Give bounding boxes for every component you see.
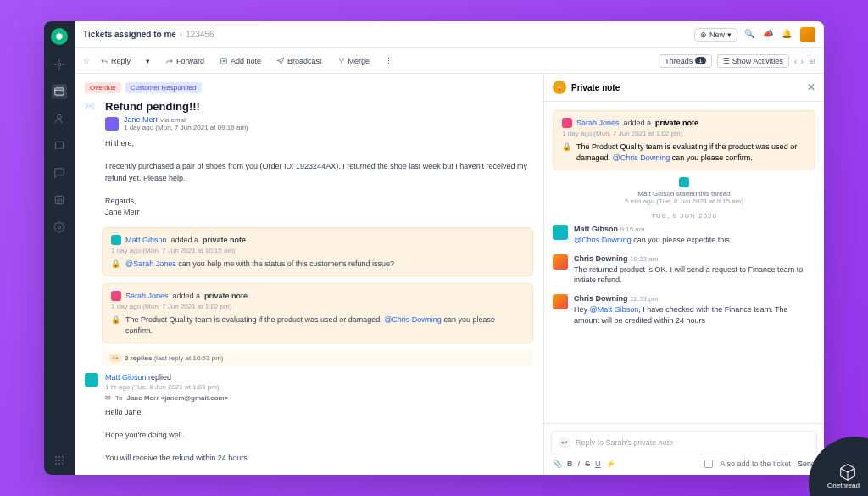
svg-point-2 xyxy=(58,114,62,119)
reply-1: Matt Gibson replied 1 hr ago (Tue, 8 Jun… xyxy=(85,373,533,475)
add-note-button[interactable]: Add note xyxy=(214,54,266,68)
topbar: Tickets assigned to me › 123456 ⊕ New ▾ … xyxy=(75,21,824,48)
content: Overdue Customer Responded ✉️ Refund pen… xyxy=(75,74,824,475)
thread-message: Chris Downing 12:53 pm Hey @Matt Gibson,… xyxy=(553,294,815,326)
svg-point-11 xyxy=(55,464,56,465)
settings-icon[interactable] xyxy=(52,220,67,235)
close-icon[interactable]: ✕ xyxy=(807,81,815,93)
svg-rect-1 xyxy=(55,88,64,95)
mail-icon: ✉ xyxy=(105,394,111,402)
attach-icon[interactable]: 📎 xyxy=(553,460,562,468)
show-activities-button[interactable]: ☰ Show Activities xyxy=(717,54,789,68)
panel-body: Sarah Jones added a private note 1 day a… xyxy=(544,102,824,423)
thread-message: Chris Downing 10:33 am The returned prod… xyxy=(553,254,815,286)
strike-icon[interactable]: S xyxy=(585,460,590,468)
contacts-icon[interactable] xyxy=(52,111,67,126)
italic-icon[interactable]: I xyxy=(578,460,581,468)
reply-input[interactable]: ↩ Reply to Sarah's private note xyxy=(551,431,817,454)
avatar xyxy=(111,235,121,245)
announcement-icon[interactable]: 📣 xyxy=(763,29,775,41)
breadcrumb-sep: › xyxy=(180,30,182,39)
reply-button[interactable]: Reply xyxy=(95,54,136,68)
app-window: ⬢ Tickets assigned to me › 123456 ⊕ New … xyxy=(44,21,824,475)
svg-point-5 xyxy=(55,456,56,457)
app-logo[interactable]: ⬢ xyxy=(51,28,68,45)
reply-dropdown[interactable]: ▾ xyxy=(141,54,155,68)
thread-panel: 🔒 Private note ✕ Sarah Jones added a pri… xyxy=(544,74,824,475)
user-avatar[interactable] xyxy=(800,27,815,42)
lock-icon: 🔒 xyxy=(111,315,120,336)
avatar xyxy=(553,254,568,270)
date-separator: Tue, 8 Jun 2020 xyxy=(553,212,815,220)
also-add-checkbox[interactable] xyxy=(704,460,713,468)
svg-point-6 xyxy=(58,456,59,457)
private-note-2: Sarah Jones added a private note 1 day a… xyxy=(102,283,533,343)
more-icon[interactable]: ⋮ xyxy=(380,54,398,68)
svg-point-7 xyxy=(63,456,64,457)
replies-summary[interactable]: ↪3 replies 3 replies (last reply at 10:5… xyxy=(102,350,533,366)
lock-icon: 🔒 xyxy=(111,259,120,270)
chat-icon[interactable] xyxy=(52,165,67,181)
lock-icon: 🔒 xyxy=(562,142,571,163)
message-body: Hi there, I recently purchased a pair of… xyxy=(105,138,533,219)
private-note-1: Matt Gibson added a private note 1 day a… xyxy=(102,227,533,277)
avatar xyxy=(553,225,568,240)
notification-icon[interactable]: 🔔 xyxy=(782,29,793,41)
prev-icon[interactable]: ‹ xyxy=(794,56,798,66)
svg-point-9 xyxy=(58,460,59,460)
conversation-column: Overdue Customer Responded ✉️ Refund pen… xyxy=(75,74,544,475)
avatar xyxy=(679,177,689,187)
also-add-label[interactable]: Also add to the ticket xyxy=(720,460,791,468)
svg-point-10 xyxy=(63,460,64,460)
composer-toolbar: 📎 B I S U ⚡ Also add to the ticket Send xyxy=(551,454,817,468)
next-icon[interactable]: › xyxy=(800,56,804,66)
reports-icon[interactable] xyxy=(52,192,67,208)
avatar xyxy=(85,373,98,387)
svg-point-12 xyxy=(58,464,59,465)
thread-message: Matt Gibson 9:15 am @Chris Downing can y… xyxy=(553,225,815,246)
avatar xyxy=(553,294,568,309)
breadcrumb-root[interactable]: Tickets assigned to me xyxy=(83,30,176,39)
underline-icon[interactable]: U xyxy=(595,460,601,468)
panel-title: Private note xyxy=(571,83,620,92)
search-icon[interactable]: 🔍 xyxy=(744,29,756,41)
svg-point-4 xyxy=(58,226,61,229)
tag-responded[interactable]: Customer Responded xyxy=(125,82,202,93)
ticket-time: 1 day ago (Mon, 7 Jun 2021 at 09:18 am) xyxy=(124,124,248,131)
tag-overdue[interactable]: Overdue xyxy=(85,82,121,93)
composer: ↩ Reply to Sarah's private note 📎 B I S … xyxy=(544,423,824,475)
panel-note: Sarah Jones added a private note 1 day a… xyxy=(553,110,815,170)
new-button[interactable]: ⊕ New ▾ xyxy=(694,28,737,42)
sidebar: ⬢ xyxy=(44,21,75,475)
ticket-toolbar: ☆ Reply ▾ Forward Add note Broadcast Mer… xyxy=(75,48,824,74)
star-icon[interactable]: ☆ xyxy=(83,57,90,65)
expand-icon[interactable]: ⊞ xyxy=(809,57,815,65)
reply-chip: ↩ xyxy=(559,437,570,449)
sender-name[interactable]: Jane Merr xyxy=(124,115,159,124)
forward-button[interactable]: Forward xyxy=(160,54,209,68)
svg-point-8 xyxy=(55,460,56,460)
svg-point-0 xyxy=(58,63,61,66)
bold-icon[interactable]: B xyxy=(567,460,573,468)
avatar xyxy=(111,291,121,301)
dashboard-icon[interactable] xyxy=(52,57,67,72)
thread-started: Matt Gibson started this thread 5 min ag… xyxy=(553,177,815,205)
panel-header: 🔒 Private note ✕ xyxy=(544,74,824,102)
apps-icon[interactable] xyxy=(52,453,67,468)
lock-icon: 🔒 xyxy=(553,81,566,94)
tickets-icon[interactable] xyxy=(52,84,67,99)
insert-icon[interactable]: ⚡ xyxy=(606,460,615,468)
knowledge-icon[interactable] xyxy=(52,138,67,153)
threads-button[interactable]: Threads1 xyxy=(659,54,711,68)
svg-point-13 xyxy=(63,464,64,465)
main-area: Tickets assigned to me › 123456 ⊕ New ▾ … xyxy=(75,21,824,475)
merge-button[interactable]: Merge xyxy=(332,54,376,68)
mail-icon: ✉️ xyxy=(85,102,98,115)
breadcrumb-id: 123456 xyxy=(186,30,214,39)
avatar xyxy=(105,117,119,131)
broadcast-button[interactable]: Broadcast xyxy=(271,54,327,68)
ticket-title: Refund pending!!! xyxy=(105,100,533,113)
avatar xyxy=(562,118,572,128)
